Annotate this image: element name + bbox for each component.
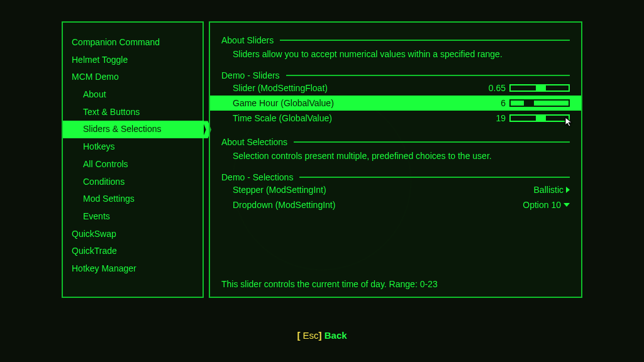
about-sliders-desc: Sliders allow you to accept numerical va… (221, 45, 570, 68)
footer-description: This slider controls the current time of… (221, 266, 570, 289)
stepper-row[interactable]: Stepper (ModSettingInt) Ballistic (221, 182, 570, 197)
content-panel: About Sliders Sliders allow you to accep… (209, 21, 582, 298)
slider-track[interactable] (509, 99, 570, 107)
sidebar-item[interactable]: Companion Command (63, 34, 203, 52)
section-rule (299, 177, 570, 178)
section-title: Demo - Selections (221, 172, 293, 182)
about-selections-desc: Selection controls present multiple, pre… (221, 147, 570, 170)
slider-value: 0.65 (489, 83, 506, 93)
slider-label: Slider (ModSettingFloat) (233, 83, 489, 93)
sidebar-item[interactable]: Sliders & Selections (63, 121, 204, 138)
slider-track[interactable] (509, 84, 570, 92)
dropdown-label: Dropdown (ModSettingInt) (233, 200, 523, 210)
slider-label: Time Scale (GlobalValue) (233, 113, 496, 123)
slider-label: Game Hour (GlobalValue) (233, 98, 501, 108)
sidebar-item[interactable]: QuickSwap (63, 226, 203, 243)
section-title: About Sliders (221, 35, 274, 45)
section-title: About Selections (221, 137, 287, 147)
slider-thumb[interactable] (524, 99, 534, 107)
section-rule (294, 141, 570, 143)
sidebar-item[interactable]: About (63, 86, 203, 104)
stepper-value[interactable]: Ballistic (534, 185, 570, 195)
slider-thumb[interactable] (536, 114, 546, 122)
slider-thumb[interactable] (536, 84, 546, 92)
section-about-selections: About Selections (221, 137, 570, 147)
sidebar-item[interactable]: Conditions (63, 173, 203, 191)
section-rule (280, 40, 570, 41)
sidebar-item[interactable]: Text & Buttons (63, 104, 203, 121)
dropdown-row[interactable]: Dropdown (ModSettingInt) Option 10 (221, 197, 570, 212)
sidebar-item[interactable]: MCM Demo (63, 69, 203, 86)
caret-down-icon (564, 203, 570, 207)
sidebar-item[interactable]: QuickTrade (63, 243, 203, 260)
slider-row[interactable]: Slider (ModSettingFloat)0.65 (221, 80, 570, 96)
section-demo-selections: Demo - Selections (221, 172, 570, 182)
slider-arrow-icon (564, 84, 570, 92)
section-about-sliders: About Sliders (221, 35, 570, 45)
slider-track[interactable] (509, 114, 570, 122)
slider-value: 6 (501, 98, 506, 108)
dropdown-value[interactable]: Option 10 (523, 200, 570, 210)
sidebar-item[interactable]: Hotkeys (63, 138, 203, 156)
sidebar-item[interactable]: Mod Settings (63, 190, 203, 208)
slider-arrow-icon (564, 99, 570, 107)
slider-value: 19 (496, 113, 506, 123)
slider-row[interactable]: Time Scale (GlobalValue)19 (221, 111, 570, 126)
sidebar-item[interactable]: Helmet Toggle (63, 52, 203, 69)
caret-right-icon (566, 187, 570, 193)
slider-arrow-icon (564, 114, 570, 122)
stepper-label: Stepper (ModSettingInt) (233, 185, 534, 195)
back-button[interactable]: [ Esc] Back (0, 330, 644, 341)
sidebar-item[interactable]: Hotkey Manager (63, 260, 203, 278)
sidebar-item[interactable]: All Controls (63, 156, 203, 173)
section-title: Demo - Sliders (221, 70, 280, 80)
section-demo-sliders: Demo - Sliders (221, 70, 570, 80)
sidebar: Companion CommandHelmet ToggleMCM DemoAb… (62, 21, 204, 298)
slider-row[interactable]: Game Hour (GlobalValue)6 (210, 96, 581, 111)
section-rule (286, 75, 570, 76)
sidebar-item[interactable]: Events (63, 208, 203, 226)
